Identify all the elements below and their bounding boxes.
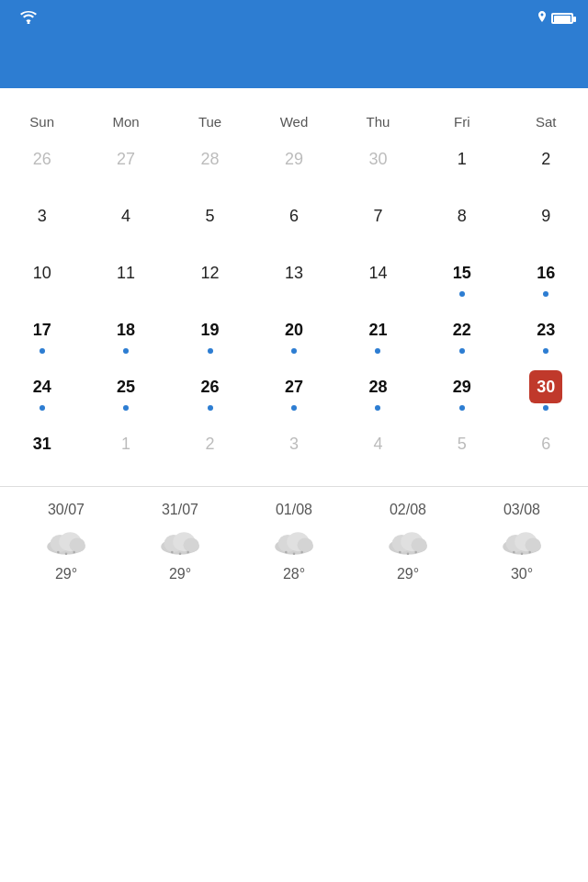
svg-point-10 [183,537,198,552]
calendar-cell-w2d2[interactable]: 12 [168,251,252,308]
status-right [537,11,573,27]
calendar-cell-w0d6[interactable]: 2 [504,137,588,194]
cal-num-26-w0: 26 [26,142,59,175]
day-sun: Sun [0,110,84,133]
weather-item-1: 31/07 29° [156,502,204,582]
cal-num-1-w5: 1 [109,427,142,460]
cal-num-4-w5: 4 [361,427,394,460]
cloud-icon-1 [156,524,204,560]
svg-point-11 [171,551,174,554]
calendar-cell-w5d1[interactable]: 1 [84,422,167,479]
svg-point-25 [399,551,401,554]
calendar-cell-w3d4[interactable]: 21 [336,308,420,365]
calendar-cell-w1d1[interactable]: 4 [84,194,167,251]
svg-point-3 [69,537,85,552]
day-wed: Wed [252,110,335,133]
calendar-cell-w4d1[interactable]: 25 [84,365,167,422]
cal-dot [459,405,465,411]
weather-item-0: 30/07 29° [42,502,90,582]
cal-dot [40,405,45,411]
calendar-cell-w3d0[interactable]: 17 [0,308,84,365]
cal-num-6-w5: 6 [529,427,562,460]
calendar-cell-w1d3[interactable]: 6 [252,194,335,251]
cal-dot [208,405,213,411]
weather-date-4: 03/08 [503,502,540,518]
cal-num-30-w0: 30 [361,142,394,175]
cal-dot [543,405,548,411]
cloud-icon-2 [270,524,318,560]
cloud-icon-3 [384,524,432,560]
svg-point-24 [411,537,426,552]
calendar-cell-w4d3[interactable]: 27 [252,365,335,422]
day-tue: Tue [168,110,252,133]
calendar-cell-w3d6[interactable]: 23 [504,308,588,365]
cal-num-18-w3: 18 [109,313,142,346]
calendar-cell-w2d1[interactable]: 11 [84,251,167,308]
day-fri: Fri [420,110,503,133]
cal-num-28-w4: 28 [361,370,394,403]
calendar-cell-w0d4[interactable]: 30 [336,137,420,194]
calendar-cell-w1d0[interactable]: 3 [0,194,84,251]
cal-num-2-w5: 2 [194,427,227,460]
calendar-cell-w5d6[interactable]: 6 [504,422,588,479]
calendar-cell-w3d2[interactable]: 19 [168,308,252,365]
calendar-cell-w1d4[interactable]: 7 [336,194,420,251]
svg-point-6 [73,551,75,554]
cal-num-8-w1: 8 [446,199,479,232]
calendar-cell-w0d3[interactable]: 29 [252,137,335,194]
cal-num-7-w1: 7 [361,199,394,232]
calendar-cell-w4d2[interactable]: 26 [168,365,252,422]
cal-num-16-w2: 16 [529,256,562,289]
calendar-cell-w1d5[interactable]: 8 [420,194,503,251]
calendar-cell-w0d5[interactable]: 1 [420,137,503,194]
calendar-cell-w2d3[interactable]: 13 [252,251,335,308]
cal-dot [543,348,548,354]
cal-num-19-w3: 19 [194,313,227,346]
weather-date-2: 01/08 [276,502,312,518]
cal-num-14-w2: 14 [361,256,394,289]
cal-dot [543,291,548,297]
calendar-cell-w3d3[interactable]: 20 [252,308,335,365]
calendar-cell-w2d6[interactable]: 16 [504,251,588,308]
calendar-cell-w0d2[interactable]: 28 [168,137,252,194]
calendar-cell-w0d1[interactable]: 27 [84,137,167,194]
cal-num-1-w0: 1 [446,142,479,175]
calendar-cell-w3d5[interactable]: 22 [420,308,503,365]
weather-temp-3: 29° [397,566,419,582]
nav-bar [0,37,588,88]
cal-num-27-w0: 27 [109,142,142,175]
status-bar [0,0,588,37]
calendar-cell-w3d1[interactable]: 18 [84,308,167,365]
cal-num-26-w4: 26 [194,370,227,403]
cal-num-17-w3: 17 [26,313,59,346]
calendar-cell-w4d4[interactable]: 28 [336,365,420,422]
cal-num-29-w4: 29 [446,370,479,403]
calendar-cell-w1d6[interactable]: 9 [504,194,588,251]
cal-dot [459,348,465,354]
svg-point-33 [521,552,524,555]
calendar-cell-w2d0[interactable]: 10 [0,251,84,308]
cal-dot [375,348,380,354]
calendar-cell-w5d4[interactable]: 4 [336,422,420,479]
cal-dot [123,348,129,354]
day-mon: Mon [84,110,167,133]
calendar-grid: 2627282930123456789101112131415161718192… [0,137,588,479]
weather-item-2: 01/08 28° [270,502,318,582]
calendar-cell-w0d0[interactable]: 26 [0,137,84,194]
calendar-cell-w4d5[interactable]: 29 [420,365,503,422]
calendar-cell-w4d6[interactable]: 30 [504,365,588,422]
svg-point-34 [528,551,531,554]
calendar-cell-w5d5[interactable]: 5 [420,422,503,479]
cal-num-29-w0: 29 [277,142,311,175]
calendar-cell-w2d5[interactable]: 15 [420,251,503,308]
calendar-cell-w4d0[interactable]: 24 [0,365,84,422]
calendar-cell-w2d4[interactable]: 14 [336,251,420,308]
calendar-cell-w5d0[interactable]: 31 [0,422,84,479]
cal-num-31-w5: 31 [26,427,59,460]
calendar-cell-w5d3[interactable]: 3 [252,422,335,479]
calendar-cell-w5d2[interactable]: 2 [168,422,252,479]
cloud-icon-4 [498,524,546,560]
cal-dot [459,291,465,297]
calendar-cell-w1d2[interactable]: 5 [168,194,252,251]
calendar-header [0,88,588,107]
